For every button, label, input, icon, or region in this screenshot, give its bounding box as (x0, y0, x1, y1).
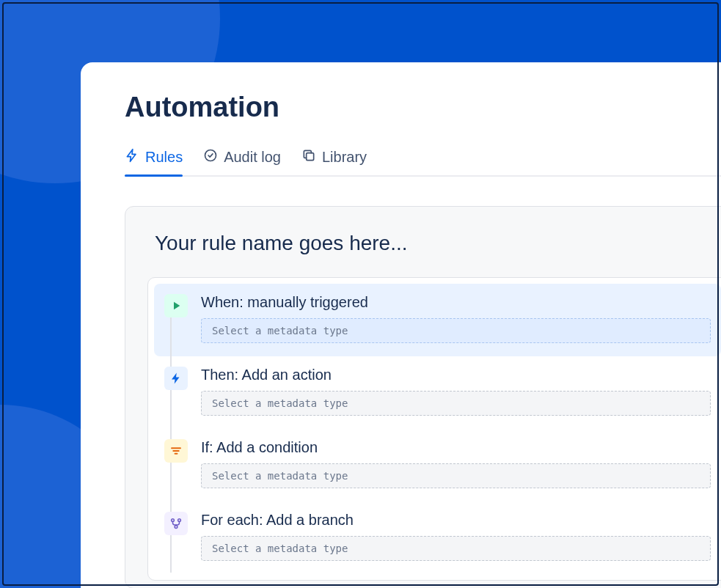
rule-name[interactable]: Your rule name goes here... (155, 232, 721, 255)
lightning-icon (125, 148, 139, 166)
step-body: For each: Add a branch Select a metadata… (201, 512, 711, 561)
step-label: Then: Add an action (201, 367, 711, 383)
step-branch[interactable]: For each: Add a branch Select a metadata… (154, 501, 721, 574)
steps-container: When: manually triggered Select a metada… (147, 277, 721, 581)
step-placeholder[interactable]: Select a metadata type (201, 318, 711, 343)
step-body: If: Add a condition Select a metadata ty… (201, 439, 711, 488)
copy-icon (301, 148, 316, 166)
step-condition[interactable]: If: Add a condition Select a metadata ty… (154, 429, 721, 501)
page-title: Automation (125, 92, 721, 123)
step-body: Then: Add an action Select a metadata ty… (201, 367, 711, 416)
tab-library[interactable]: Library (301, 148, 367, 175)
step-label: If: Add a condition (201, 439, 711, 456)
step-label: When: manually triggered (201, 294, 711, 311)
step-placeholder[interactable]: Select a metadata type (201, 536, 711, 561)
filter-icon (164, 439, 188, 463)
svg-rect-1 (307, 153, 314, 161)
main-card: Automation Rules Audit log Library Your … (81, 62, 721, 588)
step-placeholder[interactable]: Select a metadata type (201, 391, 711, 416)
rule-panel: Your rule name goes here... When: manual… (125, 206, 721, 588)
step-placeholder[interactable]: Select a metadata type (201, 463, 711, 488)
tab-label: Audit log (224, 149, 281, 166)
branch-icon (164, 512, 188, 535)
tab-rules[interactable]: Rules (125, 148, 183, 175)
play-icon (164, 294, 188, 317)
tabs: Rules Audit log Library (125, 148, 721, 177)
step-action[interactable]: Then: Add an action Select a metadata ty… (154, 356, 721, 429)
check-circle-icon (203, 148, 218, 166)
bolt-icon (164, 367, 188, 390)
tab-label: Rules (145, 149, 183, 166)
tab-audit-log[interactable]: Audit log (203, 148, 281, 175)
tab-label: Library (322, 149, 367, 166)
step-body: When: manually triggered Select a metada… (201, 294, 711, 343)
step-label: For each: Add a branch (201, 512, 711, 529)
step-trigger[interactable]: When: manually triggered Select a metada… (154, 284, 721, 356)
